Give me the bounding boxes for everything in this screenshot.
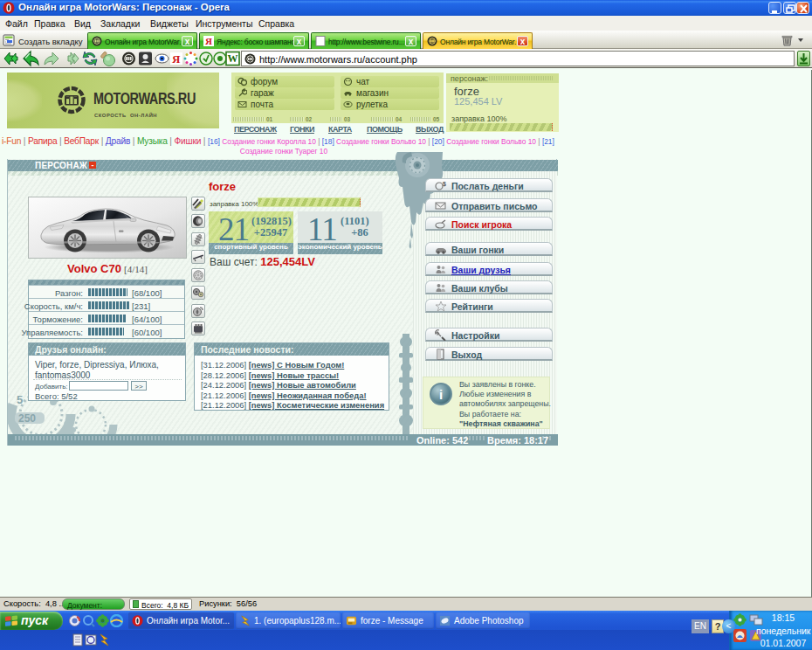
svg-text:$: $ (443, 181, 446, 188)
svg-text:5: 5 (17, 393, 23, 406)
svg-text:250: 250 (18, 412, 36, 425)
svg-text:Я: Я (205, 36, 212, 46)
svg-text:Я: Я (172, 52, 181, 66)
svg-text:СКОРОСТЬ ОН-ЛАЙН: СКОРОСТЬ ОН-ЛАЙН (94, 112, 157, 118)
svg-text:MOTORWARS.RU: MOTORWARS.RU (93, 90, 196, 107)
svg-text:W: W (228, 52, 238, 65)
